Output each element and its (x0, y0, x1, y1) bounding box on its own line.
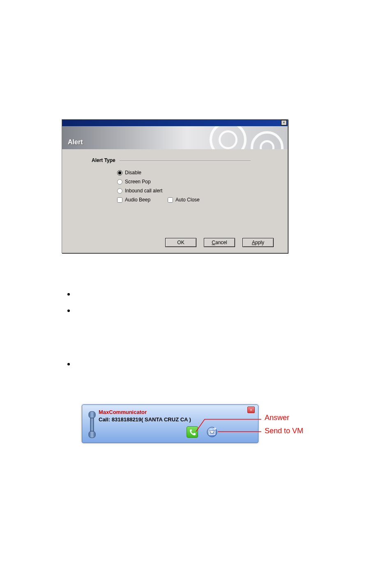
popup-app-name: MaxCommunicator (99, 409, 147, 415)
titlebar: × (62, 120, 288, 126)
dialog-body: Alert Type Disable Screen Pop Inbound ca… (62, 149, 288, 253)
voicemail-send-icon (206, 426, 218, 438)
bullet-icon (67, 293, 70, 296)
svg-rect-0 (89, 411, 95, 418)
dialog-banner: Alert (62, 126, 288, 149)
phone-handset-icon (87, 410, 97, 439)
alert-type-group: Alert Type Disable Screen Pop Inbound ca… (92, 161, 275, 204)
close-button[interactable]: × (281, 120, 287, 125)
send-to-vm-button[interactable] (206, 426, 218, 438)
cancel-button[interactable]: Cancel (204, 238, 235, 247)
radio-disable-label[interactable]: Disable (125, 170, 141, 176)
radio-disable[interactable] (117, 170, 122, 176)
checkbox-auto-close-label[interactable]: Auto Close (175, 197, 200, 203)
checkbox-auto-close[interactable] (168, 197, 173, 203)
answer-button[interactable] (187, 426, 198, 438)
radio-screen-pop[interactable] (117, 179, 122, 185)
callout-answer-label: Answer (265, 414, 289, 422)
gear-icon (251, 131, 284, 149)
group-line (120, 161, 251, 161)
radio-inbound-call-alert-label[interactable]: Inbound call alert (125, 188, 162, 194)
svg-rect-1 (90, 418, 94, 431)
callout-send-to-vm-label: Send to VM (265, 427, 303, 435)
bullet-icon (67, 310, 70, 312)
checkbox-audio-beep-label[interactable]: Audio Beep (125, 197, 150, 203)
alert-dialog: × Alert Alert Type Disable Screen Pop In… (62, 119, 288, 253)
apply-button[interactable]: Apply (242, 238, 274, 247)
svg-rect-2 (89, 431, 95, 438)
radio-screen-pop-label[interactable]: Screen Pop (125, 179, 151, 185)
radio-inbound-call-alert[interactable] (117, 188, 122, 194)
checkbox-audio-beep[interactable] (117, 197, 122, 203)
group-label: Alert Type (92, 157, 117, 163)
call-notification-popup: × MaxCommunicator Call: 8318188219( SANT… (82, 404, 258, 443)
callout-lines (0, 0, 392, 580)
popup-call-info: Call: 8318188219( SANTA CRUZ CA ) (99, 416, 191, 423)
gear-icon (210, 126, 247, 149)
dialog-title: Alert (68, 139, 83, 146)
dialog-buttons: OK Cancel Apply (165, 238, 274, 247)
popup-close-button[interactable]: × (247, 407, 255, 413)
bullet-icon (67, 363, 70, 365)
phone-answer-icon (189, 428, 197, 437)
ok-button[interactable]: OK (165, 238, 196, 247)
